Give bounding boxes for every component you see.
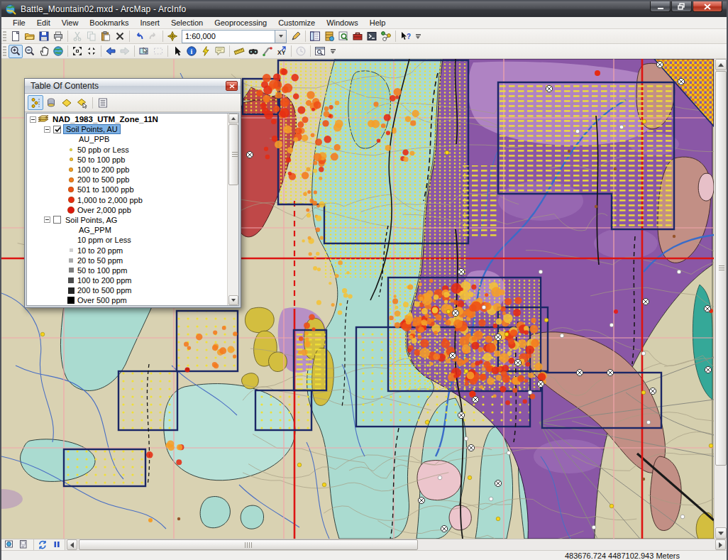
toc-title-bar[interactable]: Table Of Contents [25,79,241,94]
map-scale-dropdown-button[interactable] [275,30,287,43]
toolbox-button[interactable] [351,30,365,43]
expand-collapse-box[interactable] [30,116,36,123]
scroll-left-button[interactable] [67,539,77,550]
toc-legend-class-row[interactable]: 10 ppm or Less [27,235,227,245]
toc-scrollbar[interactable] [227,114,238,305]
expand-collapse-box[interactable] [44,126,50,133]
list-visibility-button[interactable] [59,95,75,110]
toolbar-options-chevron[interactable] [414,31,422,42]
minimize-button[interactable] [650,1,671,12]
scroll-right-button[interactable] [715,539,726,550]
toc-close-button[interactable] [226,81,238,91]
model-builder-button[interactable] [379,30,393,43]
zoom-out-button[interactable] [23,45,37,58]
paste-button[interactable] [99,30,113,43]
toc-legend-class-row[interactable]: 1,000 to 2,000 ppb [27,195,227,205]
toolbar-options-chevron[interactable] [329,45,337,57]
toc-legend-class-row[interactable]: 20 to 50 ppm [27,256,227,265]
list-drawing-order-button[interactable] [28,95,43,110]
time-slider-button[interactable] [294,45,308,58]
save-button[interactable] [37,30,51,43]
toc-legend-class-row[interactable]: 100 to 200 ppm [27,275,227,285]
python-button[interactable] [365,30,379,43]
toolbar-grip[interactable] [3,46,6,57]
toc-legend-class-row[interactable]: 50 to 100 ppb [27,155,227,165]
clear-selection-button[interactable] [151,45,165,58]
toc-scroll-up-button[interactable] [228,114,238,123]
toc-legend-class-row[interactable]: 10 to 20 ppm [27,245,227,255]
full-extent-button[interactable] [51,45,65,58]
redo-button[interactable] [146,30,160,43]
toc-legend-class-row[interactable]: 100 to 200 ppb [27,165,227,175]
list-selection-button[interactable] [75,95,90,110]
toc-legend-class-row[interactable]: 200 to 500 ppb [27,175,227,185]
menu-windows[interactable]: Windows [321,18,364,28]
toc-dataframe-label[interactable]: NAD_1983_UTM_Zone_11N [50,115,160,123]
go-to-xy-button[interactable]: XY [275,45,289,58]
menu-selection[interactable]: Selection [165,18,209,28]
menu-file[interactable]: File [7,18,31,28]
toc-window-button[interactable] [308,30,322,43]
menu-edit[interactable]: Edit [31,18,56,28]
measure-button[interactable] [232,45,246,58]
toc-layer-row[interactable]: Soil Points, AU [27,124,227,134]
print-button[interactable] [51,30,65,43]
scroll-down-button[interactable] [715,527,727,539]
toc-layer-label[interactable]: Soil Points, AU [63,124,121,134]
viewer-window-button[interactable] [313,45,327,58]
menu-view[interactable]: View [56,18,84,28]
html-popup-button[interactable] [213,45,227,58]
close-button[interactable] [693,1,722,12]
restore-button[interactable] [671,1,692,12]
toc-dataframe-row[interactable]: NAD_1983_UTM_Zone_11N [27,114,227,124]
search-button[interactable] [336,30,351,43]
toc-legend-class-row[interactable]: 200 to 500 ppm [27,285,227,295]
zoom-in-button[interactable] [9,45,23,58]
new-button[interactable] [9,30,23,43]
fixed-zoom-in-button[interactable] [70,45,84,58]
toc-legend-class-row[interactable]: Over 2,000 ppb [27,205,227,215]
add-data-button[interactable] [165,30,180,43]
whats-this-button[interactable]: ? [398,30,412,43]
select-elements-button[interactable] [170,45,184,58]
find-button[interactable] [246,45,260,58]
layer-visibility-checkbox[interactable] [53,126,61,133]
toc-legend-class-row[interactable]: 50 ppb or Less [27,145,227,155]
find-route-button[interactable] [260,45,275,58]
back-button[interactable] [104,45,118,58]
toc-layer-row[interactable]: Soil Points, AG [27,215,227,225]
options-button[interactable] [95,95,111,110]
list-source-button[interactable] [43,95,59,110]
toc-legend-class-row[interactable]: 50 to 100 ppm [27,265,227,275]
layer-visibility-checkbox[interactable] [53,216,61,224]
editor-pencil-button[interactable] [289,30,303,43]
expand-collapse-box[interactable] [44,216,50,223]
select-features-button[interactable] [137,45,151,58]
map-horizontal-scrollbar[interactable] [77,539,715,550]
delete-button[interactable] [113,30,127,43]
forward-button[interactable] [118,45,132,58]
menu-insert[interactable]: Insert [134,18,165,28]
fixed-zoom-out-button[interactable] [84,45,99,58]
vertical-scroll-thumb[interactable] [715,71,727,466]
copy-button[interactable] [84,30,99,43]
menu-customize[interactable]: Customize [272,18,321,28]
cut-button[interactable] [70,30,84,43]
hyperlink-button[interactable] [199,45,213,58]
pan-button[interactable] [37,45,51,58]
map-vertical-scrollbar[interactable] [714,59,727,539]
toc-scroll-down-button[interactable] [228,295,238,305]
toc-scroll-thumb[interactable] [228,124,238,185]
catalog-button[interactable] [322,30,336,43]
toc-legend-class-row[interactable]: 501 to 1000 ppb [27,185,227,194]
menu-bookmarks[interactable]: Bookmarks [84,18,134,28]
scroll-up-button[interactable] [715,59,727,70]
open-button[interactable] [23,30,37,43]
menu-help[interactable]: Help [364,18,392,28]
horizontal-scroll-thumb[interactable] [79,539,418,550]
toolbar-grip[interactable] [3,31,6,42]
map-scale-input[interactable] [182,30,275,43]
toc-legend-class-row[interactable]: Over 500 ppm [27,295,227,305]
toc-layer-label[interactable]: Soil Points, AG [63,216,119,224]
undo-button[interactable] [132,30,146,43]
